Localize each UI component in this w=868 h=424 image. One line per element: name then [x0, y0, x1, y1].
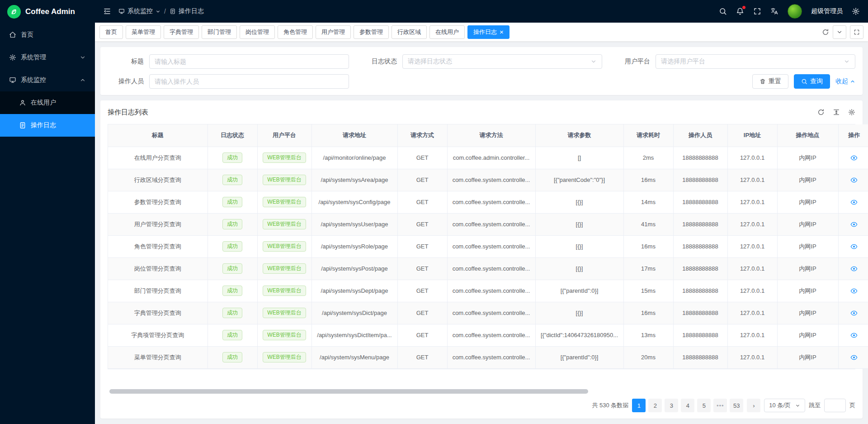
jump-page-input[interactable] — [824, 399, 846, 412]
column-header: 请求方式 — [397, 124, 447, 147]
tab-首页[interactable]: 首页 — [99, 25, 123, 39]
page-size-value: 10 条/页 — [769, 401, 791, 410]
collapse-filter-link[interactable]: 收起 — [835, 77, 855, 86]
pager-page-53[interactable]: 53 — [730, 399, 743, 412]
column-settings-gear-icon[interactable] — [848, 109, 855, 116]
tab-close-icon[interactable]: × — [500, 29, 504, 35]
cell-url: /api/system/sysArea/page — [311, 169, 397, 191]
sidebar-collapse-icon[interactable] — [103, 7, 111, 15]
column-header: IP地址 — [727, 124, 777, 147]
tab-操作日志[interactable]: 操作日志× — [467, 25, 509, 39]
sidebar-item-system-monitor[interactable]: 系统监控 — [0, 69, 95, 91]
cell-ip: 127.0.0.1 — [727, 169, 777, 191]
search-button[interactable]: 查询 — [794, 74, 830, 89]
cell-ip: 127.0.0.1 — [727, 235, 777, 257]
tab-用户管理[interactable]: 用户管理 — [316, 25, 351, 39]
tab-字典管理[interactable]: 字典管理 — [164, 25, 199, 39]
refresh-icon[interactable] — [822, 29, 829, 36]
cell-operator: 18888888888 — [673, 346, 727, 368]
platform-select-placeholder: 请选择用户平台 — [661, 57, 705, 66]
cell-action — [838, 235, 868, 257]
view-detail-icon[interactable] — [850, 310, 858, 317]
cell-platform: WEB管理后台 — [257, 147, 311, 169]
breadcrumb-item-monitor[interactable]: 系统监控 — [118, 7, 160, 15]
cell-params: [{"parentId":0}] — [535, 346, 623, 368]
table-row: 字典管理分页查询成功WEB管理后台/api/system/sysDict/pag… — [108, 302, 868, 324]
app-logo[interactable]: Coffee Admin — [0, 0, 95, 24]
tab-岗位管理[interactable]: 岗位管理 — [240, 25, 275, 39]
view-detail-icon[interactable] — [850, 221, 858, 228]
view-detail-icon[interactable] — [850, 154, 858, 162]
avatar[interactable] — [788, 4, 802, 19]
translate-icon[interactable] — [770, 7, 778, 15]
search-icon[interactable] — [719, 7, 727, 15]
cell-method: GET — [397, 324, 447, 346]
cell-platform: WEB管理后台 — [257, 191, 311, 213]
cell-location: 内网IP — [777, 191, 838, 213]
reset-button[interactable]: 重置 — [752, 74, 788, 89]
table-row: 用户管理分页查询成功WEB管理后台/api/system/sysUser/pag… — [108, 213, 868, 235]
operator-input[interactable] — [149, 74, 349, 89]
sidebar-item-online-users[interactable]: 在线用户 — [0, 91, 95, 114]
platform-tag: WEB管理后台 — [263, 197, 306, 208]
sidebar-item-operation-log[interactable]: 操作日志 — [0, 114, 95, 137]
cell-operator: 18888888888 — [673, 324, 727, 346]
table-row: 菜单管理分页查询成功WEB管理后台/api/system/sysMenu/pag… — [108, 346, 868, 368]
cell-platform: WEB管理后台 — [257, 213, 311, 235]
tab-角色管理[interactable]: 角色管理 — [278, 25, 313, 39]
platform-tag: WEB管理后台 — [263, 286, 306, 296]
tab-行政区域[interactable]: 行政区域 — [392, 25, 427, 39]
cell-url: /api/monitor/online/page — [311, 147, 397, 169]
tab-参数管理[interactable]: 参数管理 — [354, 25, 389, 39]
pager-page-5[interactable]: 5 — [697, 399, 711, 412]
tab-在线用户[interactable]: 在线用户 — [429, 25, 465, 39]
cell-platform: WEB管理后台 — [257, 280, 311, 302]
title-input[interactable] — [149, 54, 349, 69]
status-select[interactable]: 请选择日志状态 — [402, 54, 602, 69]
pager-page-4[interactable]: 4 — [681, 399, 694, 412]
breadcrumb-separator: / — [164, 8, 166, 15]
monitor-icon — [118, 8, 125, 14]
view-detail-icon[interactable] — [850, 265, 858, 272]
cell-params: [{"dictId":140647326180950... — [535, 324, 623, 346]
platform-select[interactable]: 请选择用户平台 — [656, 54, 855, 69]
pager-more[interactable]: ••• — [713, 399, 727, 412]
horizontal-scrollbar-thumb[interactable] — [109, 389, 588, 394]
log-table-panel: 操作日志列表 标题日志状态用户平台请求地址请求方式请求方法请求参数请求耗时操作人… — [100, 100, 863, 419]
tab-部门管理[interactable]: 部门管理 — [202, 25, 237, 39]
pager-page-3[interactable]: 3 — [665, 399, 678, 412]
tab-label: 部门管理 — [208, 28, 231, 36]
jump-label: 跳至 — [809, 401, 821, 410]
cell-ip: 127.0.0.1 — [727, 302, 777, 324]
view-detail-icon[interactable] — [850, 176, 858, 184]
page-size-select[interactable]: 10 条/页 — [764, 399, 805, 412]
notification-bell-icon[interactable] — [736, 7, 744, 15]
pager-page-2[interactable]: 2 — [648, 399, 662, 412]
cell-status: 成功 — [208, 302, 257, 324]
cell-action — [838, 191, 868, 213]
tab-actions-dropdown[interactable] — [833, 25, 846, 39]
status-tag: 成功 — [222, 219, 242, 230]
settings-gear-icon[interactable] — [852, 7, 860, 15]
fullscreen-icon[interactable] — [753, 7, 761, 15]
content-fullscreen-icon[interactable] — [850, 25, 863, 39]
view-detail-icon[interactable] — [850, 287, 858, 295]
tab-菜单管理[interactable]: 菜单管理 — [126, 25, 161, 39]
cell-params: [{}] — [535, 191, 623, 213]
view-detail-icon[interactable] — [850, 354, 858, 361]
cell-action — [838, 302, 868, 324]
cell-status: 成功 — [208, 257, 257, 280]
refresh-icon[interactable] — [817, 109, 825, 116]
filter-field-platform: 用户平台 请选择用户平台 — [614, 54, 855, 69]
pager-page-1[interactable]: 1 — [632, 399, 646, 412]
cell-status: 成功 — [208, 169, 257, 191]
username[interactable]: 超级管理员 — [811, 7, 843, 15]
view-detail-icon[interactable] — [850, 199, 858, 206]
sidebar-item-home[interactable]: 首页 — [0, 24, 95, 46]
pager-next-button[interactable]: › — [747, 399, 760, 412]
view-detail-icon[interactable] — [850, 243, 858, 250]
row-density-icon[interactable] — [833, 109, 840, 116]
tab-label: 参数管理 — [359, 28, 383, 36]
sidebar-item-system-management[interactable]: 系统管理 — [0, 46, 95, 69]
view-detail-icon[interactable] — [850, 332, 858, 339]
